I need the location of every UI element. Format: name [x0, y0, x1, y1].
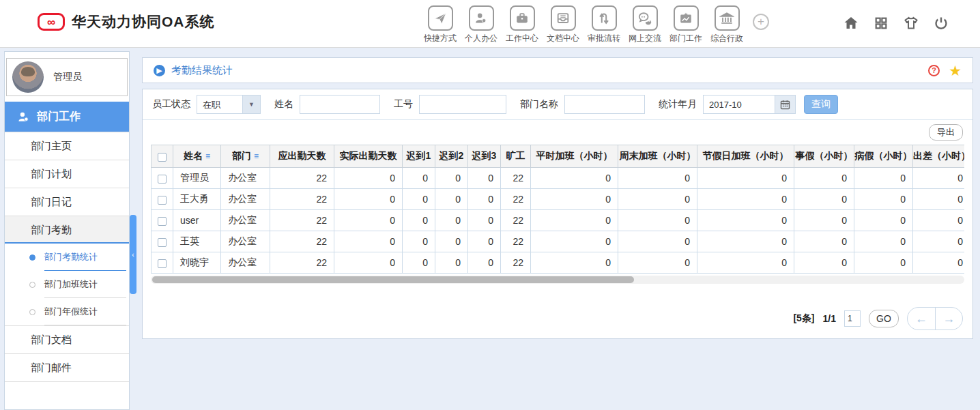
- checkbox-cell: [152, 145, 173, 168]
- sort-icon[interactable]: ≡: [254, 151, 259, 161]
- sidebar-item-dept-attendance[interactable]: 部门考勤: [5, 216, 129, 244]
- table-row[interactable]: 刘晓宇办公室22000022000000: [152, 252, 965, 274]
- sort-icon[interactable]: ≡: [205, 151, 210, 161]
- row-checkbox[interactable]: [158, 259, 167, 268]
- cell: 0: [913, 231, 965, 252]
- select-all-checkbox[interactable]: [158, 153, 167, 162]
- name-input[interactable]: [300, 95, 380, 114]
- row-checkbox[interactable]: [158, 217, 167, 226]
- cell: 0: [435, 168, 468, 189]
- attendance-table-wrap: 姓名≡部门≡应出勤天数实际出勤天数迟到1迟到2迟到3旷工平时加班（小时）周末加班…: [151, 145, 964, 274]
- help-icon[interactable]: ?: [928, 65, 940, 76]
- sidebar-item-dept-diary[interactable]: 部门日记: [5, 188, 129, 216]
- nav-item-work-center[interactable]: 工作中心: [502, 5, 543, 44]
- favorite-star-icon[interactable]: ★: [949, 63, 962, 78]
- radio-dot-icon: [29, 282, 35, 288]
- checkbox-cell: [152, 231, 173, 252]
- table-row[interactable]: 王大勇办公室22000022000000: [152, 189, 965, 210]
- cell: 0: [794, 231, 854, 252]
- cell: 0: [618, 210, 697, 231]
- subitem-attendance-stats[interactable]: 部门考勤统计: [5, 244, 129, 271]
- sidebar-item-dept-plan[interactable]: 部门计划: [5, 160, 129, 188]
- apps-grid-icon[interactable]: [872, 14, 890, 32]
- sidebar-item-dept-mail[interactable]: 部门邮件: [5, 353, 129, 381]
- theme-tshirt-icon[interactable]: [902, 14, 920, 32]
- page-number-input[interactable]: [844, 310, 861, 327]
- cell: 王大勇: [173, 189, 221, 210]
- status-label: 员工状态: [152, 98, 190, 111]
- cell: 0: [618, 252, 697, 274]
- cell: 0: [697, 252, 794, 274]
- dept-label: 部门名称: [520, 98, 558, 111]
- sidebar-item-dept-docs[interactable]: 部门文档: [5, 325, 129, 353]
- nav-item-personal-office[interactable]: 个人办公: [461, 5, 502, 44]
- row-checkbox[interactable]: [158, 238, 167, 247]
- nav-item-document-center[interactable]: 文档中心: [543, 5, 583, 44]
- cell: 0: [531, 231, 618, 252]
- row-checkbox[interactable]: [158, 196, 167, 205]
- row-checkbox[interactable]: [158, 175, 167, 184]
- table-row[interactable]: user办公室22000022000000: [152, 210, 965, 231]
- column-header: 周末加班（小时）: [618, 145, 697, 168]
- cell: 0: [403, 210, 435, 231]
- subitem-overtime-stats[interactable]: 部门加班统计: [5, 271, 129, 298]
- nav-label: 个人办公: [465, 33, 498, 44]
- status-select-value: 在职: [197, 96, 242, 113]
- brand[interactable]: ∞ 华天动力协同OA系统: [38, 12, 215, 31]
- page-info: 1/1: [823, 313, 836, 324]
- user-card[interactable]: 管理员: [6, 58, 128, 96]
- horizontal-scrollbar[interactable]: [151, 276, 964, 284]
- table-row[interactable]: 管理员办公室22000022000000: [152, 168, 965, 189]
- logo-infinity-icon: ∞: [38, 13, 65, 31]
- cell: 0: [403, 168, 435, 189]
- table-row[interactable]: 王英办公室22000022000000: [152, 231, 965, 252]
- cell: 0: [794, 210, 854, 231]
- checkbox-cell: [152, 189, 173, 210]
- cell: 办公室: [221, 189, 270, 210]
- sidebar-item-dept-home[interactable]: 部门主页: [5, 132, 129, 160]
- cell: 0: [913, 252, 965, 274]
- dept-input[interactable]: [564, 95, 645, 114]
- month-input[interactable]: [703, 95, 775, 114]
- calendar-icon[interactable]: [775, 95, 796, 114]
- jobno-input[interactable]: [419, 95, 506, 114]
- column-header: 事假（小时）: [794, 145, 854, 168]
- add-module-button[interactable]: +: [753, 14, 769, 30]
- go-button[interactable]: GO: [869, 310, 899, 327]
- column-header: 迟到3: [468, 145, 501, 168]
- column-header: 迟到1: [403, 145, 435, 168]
- content-area: ▶ 考勤结果统计 ? ★ 员工状态 在职 ▼ 姓名 工号 部门名称: [142, 57, 973, 339]
- breadcrumb-arrow-icon: ▶: [154, 65, 165, 76]
- cell: 刘晓宇: [173, 252, 221, 274]
- nav-item-department-work[interactable]: 部门工作: [665, 5, 706, 44]
- cell: 0: [468, 210, 501, 231]
- power-icon[interactable]: [932, 14, 950, 32]
- person-icon: [469, 5, 494, 31]
- sidebar-collapse-handle[interactable]: ‹: [130, 215, 136, 294]
- status-select[interactable]: 在职 ▼: [197, 95, 261, 114]
- nav-item-approval-flow[interactable]: 审批流转: [583, 5, 624, 44]
- column-header: 节假日加班（小时）: [697, 145, 794, 168]
- export-button[interactable]: 导出: [929, 124, 963, 141]
- nav-item-shortcuts[interactable]: 快捷方式: [420, 5, 461, 44]
- sidebar-section-header[interactable]: 部门工作: [5, 102, 129, 132]
- search-button[interactable]: 查询: [804, 95, 838, 114]
- chevron-down-icon[interactable]: ▼: [242, 96, 260, 113]
- cell: 0: [403, 189, 435, 210]
- cell: 0: [334, 189, 403, 210]
- cell: 22: [501, 168, 531, 189]
- scrollbar-thumb[interactable]: [152, 276, 634, 283]
- next-page-arrow-icon[interactable]: →: [936, 308, 963, 330]
- nav-item-online-chat[interactable]: 网上交流: [624, 5, 665, 44]
- home-icon[interactable]: [842, 14, 860, 32]
- subitem-annual-leave-stats[interactable]: 部门年假统计: [5, 298, 129, 325]
- cell: 0: [334, 168, 403, 189]
- cell: 0: [435, 189, 468, 210]
- prev-page-arrow-icon[interactable]: ←: [908, 308, 936, 330]
- column-header: 出差（小时）: [913, 145, 965, 168]
- nav-item-general-admin[interactable]: 综合行政: [706, 5, 747, 44]
- cell: 0: [794, 189, 854, 210]
- cell: 0: [334, 252, 403, 274]
- cell: 0: [913, 189, 965, 210]
- cell: 0: [468, 189, 501, 210]
